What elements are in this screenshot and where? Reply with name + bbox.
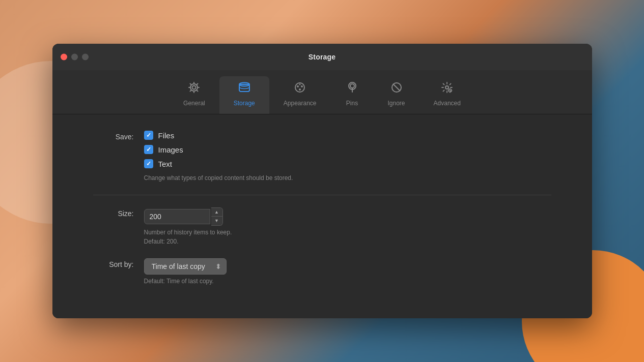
traffic-lights	[61, 54, 89, 61]
sort-select-wrapper: Time of last copy Time of first copy Num…	[144, 258, 227, 275]
close-button[interactable]	[61, 54, 67, 61]
size-content: ▲ ▼ Number of history items to keep. Def…	[144, 207, 551, 246]
stepper-up-button[interactable]: ▲	[211, 208, 222, 217]
files-checkbox[interactable]	[144, 131, 153, 140]
general-icon	[187, 80, 201, 97]
save-content: Files Images Text Change what types of c…	[144, 131, 551, 183]
svg-line-13	[393, 84, 400, 91]
save-label: Save:	[93, 131, 144, 141]
tab-appearance[interactable]: Appearance	[269, 76, 331, 114]
svg-point-7	[301, 85, 303, 87]
sort-row: Sort by: Time of last copy Time of first…	[93, 258, 551, 286]
size-input[interactable]	[144, 209, 210, 224]
tab-appearance-label: Appearance	[284, 100, 317, 107]
appearance-icon	[293, 80, 307, 97]
maximize-button[interactable]	[82, 54, 89, 61]
tab-storage-label: Storage	[234, 100, 255, 107]
svg-point-6	[297, 85, 299, 87]
tab-general-label: General	[183, 100, 205, 107]
images-row: Images	[144, 145, 551, 154]
tab-ignore[interactable]: Ignore	[374, 76, 419, 114]
images-label: Images	[158, 145, 183, 154]
size-help: Number of history items to keep. Default…	[144, 228, 551, 246]
files-label: Files	[158, 131, 175, 140]
divider-1	[93, 195, 551, 195]
text-row: Text	[144, 159, 551, 168]
svg-point-0	[192, 86, 196, 89]
size-stepper: ▲ ▼	[211, 207, 223, 226]
tab-pins[interactable]: Pins	[331, 76, 374, 114]
tab-general[interactable]: General	[169, 76, 219, 114]
text-label: Text	[158, 160, 173, 168]
size-row: Size: ▲ ▼ Number of history items to kee…	[93, 207, 551, 246]
sort-content: Time of last copy Time of first copy Num…	[144, 258, 551, 286]
minimize-button[interactable]	[71, 54, 78, 61]
ignore-icon	[389, 80, 404, 97]
tab-pins-label: Pins	[346, 100, 358, 107]
svg-point-14	[445, 86, 449, 89]
toolbar: General Storage	[52, 70, 592, 114]
size-help-line1: Number of history items to keep.	[144, 229, 232, 236]
save-row: Save: Files Images Text Change what type…	[93, 131, 551, 183]
main-window: Storage General	[52, 44, 592, 318]
text-checkbox[interactable]	[144, 159, 153, 168]
sort-select[interactable]: Time of last copy Time of first copy Num…	[144, 258, 227, 275]
svg-point-8	[299, 88, 301, 90]
advanced-icon	[440, 80, 454, 97]
size-input-wrap: ▲ ▼	[144, 207, 551, 226]
stepper-down-button[interactable]: ▼	[211, 217, 222, 225]
pins-icon	[345, 80, 359, 97]
svg-point-10	[350, 84, 354, 88]
tab-advanced[interactable]: Advanced	[419, 76, 475, 114]
size-help-line2: Default: 200.	[144, 238, 179, 245]
save-help: Change what types of copied content shou…	[144, 173, 551, 183]
sort-help: Default: Time of last copy.	[144, 277, 551, 286]
svg-point-9	[299, 84, 301, 85]
window-title: Storage	[309, 53, 336, 61]
content-area: Save: Files Images Text Change what type…	[52, 114, 592, 318]
sort-label: Sort by:	[93, 258, 144, 268]
size-label: Size:	[93, 207, 144, 218]
storage-icon	[237, 80, 251, 97]
files-row: Files	[144, 131, 551, 140]
svg-point-1	[190, 84, 198, 91]
tab-advanced-label: Advanced	[434, 100, 461, 107]
svg-point-4	[239, 83, 249, 86]
images-checkbox[interactable]	[144, 145, 153, 154]
tab-storage[interactable]: Storage	[219, 76, 269, 114]
tab-ignore-label: Ignore	[388, 100, 405, 107]
title-bar: Storage	[52, 44, 592, 70]
